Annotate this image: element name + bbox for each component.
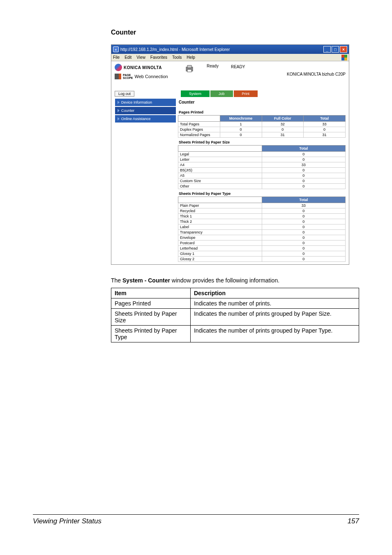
table-row: A433 xyxy=(178,162,346,168)
sidebar-item-counter[interactable]: Counter xyxy=(115,106,176,115)
km-logo-icon xyxy=(115,64,122,71)
table-row: A50 xyxy=(178,173,346,178)
footer-title: Viewing Printer Status xyxy=(33,517,101,525)
table-row: Plain Paper33 xyxy=(178,203,346,208)
browser-title: http://192.168.1.2/m_index.html - Micros… xyxy=(120,47,323,52)
sidebar-item-device-info[interactable]: Device Information xyxy=(115,98,176,106)
triangle-icon xyxy=(118,117,120,120)
table-row: Custom Size0 xyxy=(178,178,346,184)
ie-icon: e xyxy=(113,46,119,52)
menu-help[interactable]: Help xyxy=(187,55,195,60)
menu-tools[interactable]: Tools xyxy=(172,55,182,60)
sheets-size-label: Sheets Printed by Paper Size xyxy=(178,138,346,145)
table-row: Glossy 10 xyxy=(178,251,346,257)
table-row: Normalized Pages 0 31 31 xyxy=(178,132,346,138)
col-fullcolor: Full Color xyxy=(262,116,304,122)
table-row: Glossy 20 xyxy=(178,257,346,262)
svg-rect-6 xyxy=(187,69,191,72)
table-row: Sheets Printed by Paper Type Indicates t… xyxy=(111,326,359,342)
table-row: Thick 20 xyxy=(178,219,346,224)
page-number: 157 xyxy=(348,517,359,525)
panel-title: Counter xyxy=(178,98,346,108)
pagescope-text-small: PAGESCOPE xyxy=(123,74,133,79)
pages-printed-label: Pages Printed xyxy=(178,108,346,115)
triangle-icon xyxy=(118,101,120,104)
logout-button[interactable]: Log out xyxy=(115,91,134,97)
section-heading: Counter xyxy=(111,29,359,36)
col-total: Total xyxy=(262,197,346,203)
sheets-type-label: Sheets Printed by Paper Type xyxy=(178,189,346,197)
ready-text: READY xyxy=(231,64,245,75)
table-row: Thick 10 xyxy=(178,214,346,219)
table-row: Postcard0 xyxy=(178,240,346,246)
col-total: Total xyxy=(262,146,346,152)
close-button[interactable]: × xyxy=(340,46,347,53)
printer-icon xyxy=(184,64,194,75)
table-row: Transparency0 xyxy=(178,230,346,235)
sheets-size-table: Total Legal0 Letter0 A433 B5(JIS)0 A50 C… xyxy=(178,145,346,189)
pagescope-label: Web Connection xyxy=(135,74,168,79)
menu-favorites[interactable]: Favorites xyxy=(150,55,167,60)
triangle-icon xyxy=(118,109,120,112)
table-row: Letter0 xyxy=(178,157,346,162)
sidebar-item-online-assist[interactable]: Online Assistance xyxy=(115,115,176,123)
table-row: Other0 xyxy=(178,184,346,189)
device-name: KONICA MINOLTA bizhub C20P xyxy=(287,64,346,76)
col-monochrome: Monochrome xyxy=(220,116,262,122)
svg-rect-3 xyxy=(344,58,347,60)
browser-menubar: File Edit View Favorites Tools Help xyxy=(111,54,349,61)
tab-print[interactable]: Print xyxy=(233,90,258,97)
table-row: Duplex Pages 0 0 0 xyxy=(178,127,346,132)
maximize-button[interactable]: □ xyxy=(332,46,339,53)
page-footer: Viewing Printer Status 157 xyxy=(33,514,359,525)
tab-job[interactable]: Job xyxy=(210,90,233,97)
table-row: Envelope0 xyxy=(178,235,346,240)
table-row: Legal0 xyxy=(178,152,346,157)
description-text: The System - Counter window provides the… xyxy=(111,277,359,284)
sheets-type-table: Total Plain Paper33 Recycled0 Thick 10 T… xyxy=(178,197,346,262)
brand-text: KONICA MINOLTA xyxy=(124,65,162,70)
table-row: Letterhead0 xyxy=(178,246,346,251)
table-row: Pages Printed Indicates the number of pr… xyxy=(111,298,359,309)
office-icon xyxy=(341,55,347,60)
table-row: Label0 xyxy=(178,224,346,230)
table-row: Total Pages 1 32 33 xyxy=(178,122,346,127)
sidebar-label: Counter xyxy=(121,109,134,113)
browser-window: e http://192.168.1.2/m_index.html - Micr… xyxy=(111,44,349,265)
svg-rect-5 xyxy=(187,65,191,68)
menu-file[interactable]: File xyxy=(113,55,120,60)
svg-rect-2 xyxy=(341,58,344,60)
col-item: Item xyxy=(111,288,191,298)
tab-system[interactable]: System xyxy=(180,90,210,97)
minimize-button[interactable]: _ xyxy=(323,46,331,53)
menu-edit[interactable]: Edit xyxy=(125,55,131,60)
description-table: Item Description Pages Printed Indicates… xyxy=(111,288,359,342)
table-row: B5(JIS)0 xyxy=(178,168,346,173)
pagescope-logo-icon xyxy=(115,74,121,79)
menu-view[interactable]: View xyxy=(136,55,145,60)
col-description: Description xyxy=(190,288,359,298)
status-ready-label: Ready xyxy=(207,64,219,75)
pages-printed-table: Monochrome Full Color Total Total Pages … xyxy=(178,115,346,138)
sidebar-label: Device Information xyxy=(121,100,152,104)
svg-rect-1 xyxy=(344,55,347,58)
sidebar-label: Online Assistance xyxy=(121,117,151,121)
table-row: Sheets Printed by Paper Size Indicates t… xyxy=(111,309,359,326)
table-row: Recycled0 xyxy=(178,208,346,214)
svg-rect-0 xyxy=(341,55,344,58)
col-total: Total xyxy=(304,116,346,122)
browser-titlebar: e http://192.168.1.2/m_index.html - Micr… xyxy=(111,45,349,54)
